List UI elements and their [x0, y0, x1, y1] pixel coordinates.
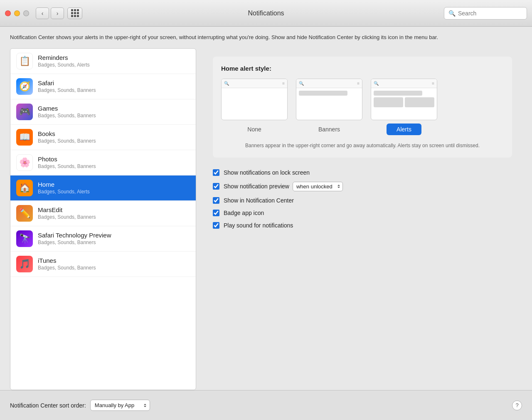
help-button[interactable]: ? — [512, 400, 522, 410]
app-icon-safari: 🧭 — [16, 78, 33, 95]
alert-preview-none: 🔍 ≡ — [221, 79, 288, 120]
app-subtitle-books: Badges, Sounds, Banners — [38, 138, 96, 144]
app-icon-reminders: 📋 — [16, 53, 33, 69]
search-bar[interactable]: 🔍 — [444, 7, 527, 20]
checkbox-row-sound: Play sound for notifications — [213, 222, 512, 229]
app-subtitle-games: Badges, Sounds, Banners — [38, 113, 96, 119]
alert-style-title: Home alert style: — [221, 65, 504, 72]
sidebar-item-safari-preview[interactable]: 🔭 Safari Technology Preview Badges, Soun… — [10, 226, 196, 252]
sort-label: Notification Center sort order: — [10, 402, 86, 409]
close-button[interactable] — [5, 10, 11, 16]
back-button[interactable]: ‹ — [36, 7, 49, 19]
checkboxes-section: Show notifications on lock screen Show n… — [213, 166, 512, 238]
checkbox-sound[interactable] — [213, 222, 219, 229]
preview-search-banners: 🔍 — [299, 81, 304, 86]
search-icon: 🔍 — [448, 10, 456, 17]
checkbox-lock-screen[interactable] — [213, 169, 219, 176]
app-subtitle-reminders: Badges, Sounds, Alerts — [38, 62, 90, 68]
info-text: Notification Center shows your alerts in… — [10, 33, 522, 42]
app-icon-itunes: 🎵 — [16, 256, 33, 272]
app-icon-marsedit: ✏️ — [16, 205, 33, 222]
preview-search-alerts: 🔍 — [374, 81, 379, 86]
app-icon-games: 🎮 — [16, 104, 33, 120]
maximize-button[interactable] — [23, 10, 29, 16]
app-name-reminders: Reminders — [38, 54, 90, 61]
app-subtitle-itunes: Badges, Sounds, Banners — [38, 265, 96, 271]
sidebar-item-reminders[interactable]: 📋 Reminders Badges, Sounds, Alerts — [10, 49, 196, 74]
traffic-lights — [5, 10, 29, 16]
alert-preview-alerts: 🔍 ≡ — [371, 79, 437, 120]
app-subtitle-photos: Badges, Sounds, Banners — [38, 163, 96, 169]
window-title: Notifications — [248, 10, 284, 17]
sidebar-item-marsedit[interactable]: ✏️ MarsEdit Badges, Sounds, Banners — [10, 201, 196, 226]
checkbox-label-preview: Show notification preview — [224, 183, 289, 190]
app-list: 📋 Reminders Badges, Sounds, Alerts 🧭 Saf… — [10, 48, 196, 390]
preview-topbar-banners: 🔍 ≡ — [296, 79, 362, 88]
app-name-safari-preview: Safari Technology Preview — [38, 232, 111, 239]
checkbox-row-preview: Show notification previewwhen unlockedal… — [213, 182, 512, 191]
grid-icon — [71, 9, 79, 17]
app-name-itunes: iTunes — [38, 257, 96, 264]
preview-lines-alerts: ≡ — [432, 81, 434, 86]
info-bar: Notification Center shows your alerts in… — [0, 27, 532, 48]
forward-button[interactable]: › — [51, 7, 64, 19]
app-name-marsedit: MarsEdit — [38, 206, 96, 213]
app-name-games: Games — [38, 105, 96, 112]
checkbox-label-notification-center: Show in Notification Center — [224, 197, 294, 204]
app-icon-home: 🏠 — [16, 180, 33, 196]
nav-buttons: ‹ › — [36, 7, 64, 19]
checkbox-row-badge: Badge app icon — [213, 210, 512, 216]
checkbox-label-lock-screen: Show notifications on lock screen — [224, 169, 310, 176]
alert-btn-none[interactable]: None — [237, 124, 271, 135]
checkbox-notification-center[interactable] — [213, 197, 219, 204]
titlebar: ‹ › Notifications 🔍 — [0, 0, 532, 27]
sidebar-item-books[interactable]: 📖 Books Badges, Sounds, Banners — [10, 125, 196, 150]
minimize-button[interactable] — [14, 10, 20, 16]
app-subtitle-marsedit: Badges, Sounds, Banners — [38, 214, 96, 220]
app-subtitle-home: Badges, Sounds, Alerts — [38, 189, 90, 195]
app-name-books: Books — [38, 130, 96, 137]
sidebar-item-home[interactable]: 🏠 Home Badges, Sounds, Alerts — [10, 175, 196, 201]
preview-lines-banners: ≡ — [357, 81, 360, 86]
checkbox-row-notification-center: Show in Notification Center — [213, 197, 512, 204]
app-subtitle-safari-preview: Badges, Sounds, Banners — [38, 240, 111, 245]
alert-options: 🔍 ≡ None 🔍 ≡ Banners 🔍 ≡ Aler — [221, 79, 504, 135]
sidebar-item-safari[interactable]: 🧭 Safari Badges, Sounds, Banners — [10, 74, 196, 99]
checkbox-row-lock-screen: Show notifications on lock screen — [213, 169, 512, 176]
preview-lines-none: ≡ — [282, 81, 285, 86]
alert-style-section: Home alert style: 🔍 ≡ None 🔍 ≡ Banners 🔍… — [213, 57, 512, 158]
sidebar-item-itunes[interactable]: 🎵 iTunes Badges, Sounds, Banners — [10, 252, 196, 277]
preview-search-none: 🔍 — [224, 81, 229, 86]
search-input[interactable] — [458, 10, 522, 17]
app-name-photos: Photos — [38, 156, 96, 163]
grid-view-button[interactable] — [67, 7, 82, 19]
app-subtitle-safari: Badges, Sounds, Banners — [38, 87, 96, 93]
alert-option-alerts[interactable]: 🔍 ≡ Alerts — [371, 79, 437, 135]
sort-dropdown[interactable]: Manually by AppRecently UpdatedAlphabeti… — [90, 400, 150, 411]
alert-option-none[interactable]: 🔍 ≡ None — [221, 79, 288, 135]
alert-option-banners[interactable]: 🔍 ≡ Banners — [296, 79, 362, 135]
checkbox-label-badge: Badge app icon — [224, 210, 264, 216]
checkbox-preview[interactable] — [213, 183, 219, 190]
preview-dropdown[interactable]: when unlockedalwaysnever — [293, 182, 343, 191]
app-name-safari: Safari — [38, 79, 96, 86]
alert-preview-banners: 🔍 ≡ — [296, 79, 362, 120]
alert-btn-alerts[interactable]: Alerts — [387, 124, 421, 135]
alert-btn-banners[interactable]: Banners — [308, 124, 350, 135]
main-content: 📋 Reminders Badges, Sounds, Alerts 🧭 Saf… — [0, 48, 532, 390]
right-panel: Home alert style: 🔍 ≡ None 🔍 ≡ Banners 🔍… — [203, 48, 522, 390]
app-icon-safari-preview: 🔭 — [16, 230, 33, 247]
alert-description: Banners appear in the upper-right corner… — [221, 142, 504, 149]
checkbox-badge[interactable] — [213, 210, 219, 216]
app-icon-books: 📖 — [16, 129, 33, 146]
preview-topbar-none: 🔍 ≡ — [222, 79, 287, 88]
app-name-home: Home — [38, 181, 90, 188]
preview-topbar-alerts: 🔍 ≡ — [371, 79, 437, 88]
app-icon-photos: 🌸 — [16, 154, 33, 171]
sidebar-item-games[interactable]: 🎮 Games Badges, Sounds, Banners — [10, 99, 196, 125]
sidebar-item-photos[interactable]: 🌸 Photos Badges, Sounds, Banners — [10, 150, 196, 175]
bottom-bar: Notification Center sort order: Manually… — [0, 390, 532, 420]
checkbox-label-sound: Play sound for notifications — [224, 222, 293, 229]
